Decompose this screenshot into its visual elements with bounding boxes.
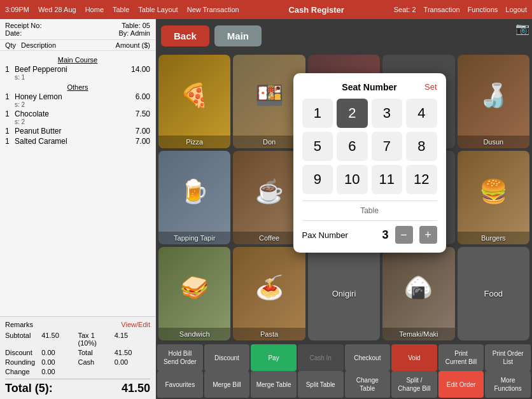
pasta-label: Pasta: [233, 328, 305, 340]
date-label: Date:: [5, 29, 22, 37]
discount-label: Discount: [5, 348, 41, 357]
col-desc: Description: [21, 41, 115, 49]
tax-label: Tax 1 (10%): [78, 331, 114, 347]
list-item: 1 Honey Lemon 6.00 s: 2: [5, 92, 150, 108]
food-item-food[interactable]: Food: [458, 247, 529, 340]
modal-title: Seat Number: [302, 82, 437, 92]
col-amt: Amount ($): [115, 41, 150, 49]
food-item-pizza[interactable]: 🍕 Pizza: [158, 55, 230, 148]
table-label: Table: 05: [122, 22, 150, 29]
num-btn-2[interactable]: 2: [337, 99, 368, 128]
modal-divider2: [302, 220, 437, 221]
pizza-label: Pizza: [158, 136, 230, 148]
nav-table[interactable]: Table: [113, 6, 129, 13]
discount-button[interactable]: Discount: [204, 344, 250, 371]
cash-val: 0.00: [115, 358, 150, 367]
transaction-btn[interactable]: Transaction: [424, 6, 460, 13]
num-btn-10[interactable]: 10: [337, 165, 368, 194]
food-item-tapping-tapir[interactable]: 🍺 Tapping Tapir: [158, 151, 230, 244]
list-item: 1 Chocolate 7.50 s: 2: [5, 109, 150, 125]
num-btn-7[interactable]: 7: [372, 132, 403, 161]
top-bar-nav[interactable]: 3:09PM Wed 28 Aug Home Table Table Layou…: [5, 6, 239, 13]
by-label: By: Admin: [118, 29, 150, 37]
tax-val: 4.15: [115, 331, 150, 347]
num-btn-4[interactable]: 4: [406, 99, 437, 128]
merge-bill-button[interactable]: Merge Bill: [204, 371, 250, 398]
col-qty: Qty: [5, 41, 21, 49]
food-item-pasta[interactable]: 🍝 Pasta: [233, 247, 305, 340]
change-table-button[interactable]: ChangeTable: [345, 371, 391, 398]
functions-btn[interactable]: Functions: [468, 6, 498, 13]
number-grid: 1 2 3 4 5 6 7 8 9 10 11 12: [302, 99, 437, 194]
time-display: 3:09PM: [5, 6, 29, 13]
main-button[interactable]: Main: [214, 25, 262, 46]
pasta-image: 🍝: [233, 247, 305, 328]
merge-table-button[interactable]: Merge Table: [251, 371, 297, 398]
food-label: Food: [458, 289, 529, 298]
pax-increase-button[interactable]: +: [419, 226, 437, 244]
hold-bill-button[interactable]: Hold BillSend Order: [157, 344, 203, 371]
nav-table-layout[interactable]: Table Layout: [138, 6, 178, 13]
cash-in-button[interactable]: Cash In: [298, 344, 344, 371]
pax-decrease-button[interactable]: −: [395, 226, 413, 244]
change-label: Change: [5, 367, 41, 376]
num-btn-8[interactable]: 8: [406, 132, 437, 161]
modal-set-button[interactable]: Set: [424, 82, 437, 92]
pax-row: Pax Number 3 − +: [302, 226, 437, 244]
cash-label: Cash: [78, 358, 114, 367]
view-edit-btn[interactable]: View/Edit: [121, 321, 150, 328]
burgers-image: 🍔: [458, 151, 529, 232]
tapping-tapir-image: 🍺: [158, 151, 230, 232]
change-val: 0.00: [41, 367, 77, 376]
favourites-button[interactable]: Favourites: [157, 371, 203, 398]
food-item-onigiri[interactable]: Onigiri: [308, 247, 380, 340]
receipt-col-headers: Qty Description Amount ($): [0, 40, 155, 51]
top-bar: 3:09PM Wed 28 Aug Home Table Table Layou…: [0, 0, 532, 19]
camera-icon[interactable]: 📷: [515, 22, 529, 36]
pax-label: Pax Number: [302, 230, 348, 240]
num-btn-1[interactable]: 1: [302, 99, 333, 128]
num-btn-11[interactable]: 11: [372, 165, 403, 194]
nav-new-transaction[interactable]: New Transaction: [187, 6, 239, 13]
rounding-val: 0.00: [41, 358, 77, 367]
num-btn-5[interactable]: 5: [302, 132, 333, 161]
discount-val: 0.00: [41, 348, 77, 357]
print-order-list-button[interactable]: Print OrderList: [485, 344, 531, 371]
pax-number: 3: [382, 228, 388, 242]
more-functions-button[interactable]: MoreFunctions: [485, 371, 531, 398]
edit-order-button[interactable]: Edit Order: [438, 371, 484, 398]
food-item-sandwich[interactable]: 🥪 Sandwich: [158, 247, 230, 340]
nav-home[interactable]: Home: [85, 6, 104, 13]
receipt-header: Receipt No: Table: 05 Date: By: Admin: [0, 19, 155, 40]
receipt-items: Main Course 1 Beef Pepperoni 14.00 s: 1 …: [0, 51, 155, 316]
num-btn-9[interactable]: 9: [302, 165, 333, 194]
checkout-button[interactable]: Checkout: [345, 344, 391, 371]
split-change-bill-button[interactable]: Split /Change Bill: [391, 371, 437, 398]
logout-btn[interactable]: Logout: [505, 6, 527, 13]
num-btn-3[interactable]: 3: [372, 99, 403, 128]
subtotal-label: Subtotal: [5, 331, 41, 347]
burgers-label: Burgers: [458, 232, 529, 244]
food-item-temaki-maki[interactable]: 🍙 Temaki/Maki: [382, 247, 454, 340]
top-bar-right[interactable]: Seat: 2 Transaction Functions Logout: [394, 6, 527, 13]
num-btn-12[interactable]: 12: [406, 165, 437, 194]
dusun-label: Dusun: [458, 136, 529, 148]
date-display: Wed 28 Aug: [38, 6, 76, 13]
seat-number-modal[interactable]: Seat Number Set 1 2 3 4 5 6 7 8 9 10 11 …: [293, 73, 446, 253]
temaki-label: Temaki/Maki: [382, 328, 454, 340]
list-item: 1 Salted Caramel 7.00: [5, 137, 150, 146]
table-section-label: Table: [302, 206, 437, 215]
void-button[interactable]: Void: [391, 344, 437, 371]
list-item: 1 Peanut Butter 7.00: [5, 127, 150, 136]
grand-total-label: Total (5):: [5, 382, 53, 395]
back-button[interactable]: Back: [161, 25, 209, 46]
print-current-bill-button[interactable]: PrintCurrent Bill: [438, 344, 484, 371]
split-table-button[interactable]: Split Table: [298, 371, 344, 398]
totals-grid: Subtotal 41.50 Tax 1 (10%) 4.15 Discount…: [5, 331, 150, 376]
tapping-tapir-label: Tapping Tapir: [158, 232, 230, 244]
food-item-burgers[interactable]: 🍔 Burgers: [458, 151, 529, 244]
food-item-dusun[interactable]: 🍶 Dusun: [458, 55, 529, 148]
pay-button[interactable]: Pay: [251, 344, 297, 371]
num-btn-6[interactable]: 6: [337, 132, 368, 161]
action-row: Back Main: [156, 19, 532, 52]
